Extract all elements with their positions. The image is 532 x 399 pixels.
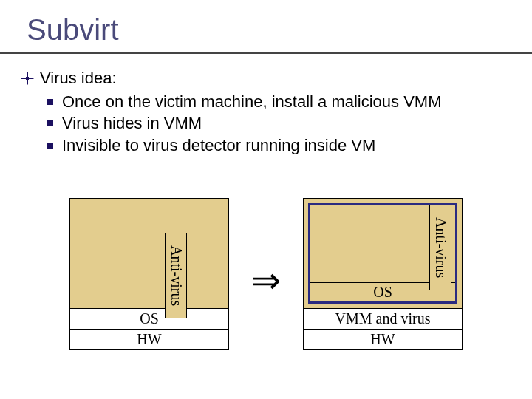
diamond-icon — [21, 72, 34, 85]
bullet1-text: Virus idea: — [40, 67, 117, 89]
bullet-level2: Invisible to virus detector running insi… — [47, 134, 510, 157]
left-os-row: OS — [69, 309, 229, 330]
right-stack: OS Anti-virus VMM and virus HW — [303, 198, 463, 350]
antivirus-box-left: Anti-virus — [165, 233, 187, 318]
bullet2-text: Invisible to virus detector running insi… — [62, 134, 375, 157]
left-hw-row: HW — [69, 330, 229, 350]
arrow-icon: ⇒ — [251, 263, 281, 299]
slide-title: Subvirt — [0, 0, 532, 51]
bullet-level1: Virus idea: — [22, 67, 510, 89]
square-icon — [47, 99, 53, 105]
bullet2-text: Once on the victim machine, install a ma… — [62, 91, 442, 113]
square-icon — [47, 120, 53, 126]
left-sandbox: Anti-virus — [69, 198, 229, 309]
left-stack: Anti-virus OS HW — [69, 198, 229, 350]
slide: Subvirt Virus idea: Once on the victim m… — [0, 0, 532, 399]
body-text: Virus idea: Once on the victim machine, … — [0, 54, 532, 157]
diagram-area: Anti-virus OS HW ⇒ OS Anti-virus VMM and… — [0, 198, 532, 350]
right-hw-row: HW — [303, 330, 463, 350]
bullet-level2: Once on the victim machine, install a ma… — [47, 91, 510, 113]
bullet2-text: Virus hides in VMM — [62, 112, 202, 134]
bullet-level2: Virus hides in VMM — [47, 112, 510, 134]
right-sandbox: OS Anti-virus — [303, 198, 463, 309]
right-vmm-row: VMM and virus — [303, 309, 463, 330]
antivirus-box-right: Anti-virus — [429, 205, 451, 290]
square-icon — [47, 143, 53, 149]
